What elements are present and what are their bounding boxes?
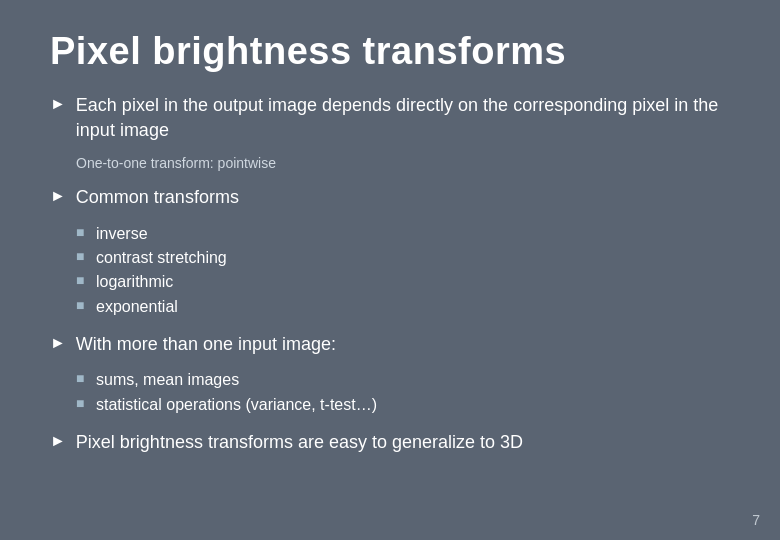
sub-bullet-marker-2-2: ■ (76, 248, 88, 264)
sub-bullet-2-2: ■ contrast stretching (76, 247, 730, 269)
bullet-2-text: Common transforms (76, 185, 239, 210)
sub-bullet-3-2: ■ statistical operations (variance, t-te… (76, 394, 730, 416)
bullet-3: ► With more than one input image: (50, 332, 730, 357)
bullet-3-sublist: ■ sums, mean images ■ statistical operat… (76, 369, 730, 416)
sub-bullet-2-4: ■ exponential (76, 296, 730, 318)
sub-bullet-marker-2-3: ■ (76, 272, 88, 288)
bullet-2: ► Common transforms (50, 185, 730, 210)
bullet-1-subtext: One-to-one transform: pointwise (76, 155, 730, 171)
sub-bullet-text-2-3: logarithmic (96, 271, 173, 293)
sub-bullet-text-3-1: sums, mean images (96, 369, 239, 391)
bullet-arrow-4: ► (50, 432, 66, 450)
sub-bullet-marker-2-1: ■ (76, 224, 88, 240)
bullet-arrow-3: ► (50, 334, 66, 352)
sub-bullet-3-1: ■ sums, mean images (76, 369, 730, 391)
slide: Pixel brightness transforms ► Each pixel… (0, 0, 780, 540)
bullet-3-text: With more than one input image: (76, 332, 336, 357)
sub-bullet-text-2-2: contrast stretching (96, 247, 227, 269)
bullet-4: ► Pixel brightness transforms are easy t… (50, 430, 730, 455)
sub-bullet-2-3: ■ logarithmic (76, 271, 730, 293)
bullet-arrow-1: ► (50, 95, 66, 113)
sub-bullet-2-1: ■ inverse (76, 223, 730, 245)
sub-bullet-text-3-2: statistical operations (variance, t-test… (96, 394, 377, 416)
sub-bullet-marker-3-1: ■ (76, 370, 88, 386)
sub-bullet-text-2-1: inverse (96, 223, 148, 245)
slide-title: Pixel brightness transforms (50, 30, 730, 73)
sub-bullet-marker-2-4: ■ (76, 297, 88, 313)
page-number: 7 (752, 512, 760, 528)
slide-content: ► Each pixel in the output image depends… (50, 93, 730, 510)
sub-bullet-marker-3-2: ■ (76, 395, 88, 411)
bullet-2-sublist: ■ inverse ■ contrast stretching ■ logari… (76, 223, 730, 319)
sub-bullet-text-2-4: exponential (96, 296, 178, 318)
bullet-4-text: Pixel brightness transforms are easy to … (76, 430, 523, 455)
bullet-1: ► Each pixel in the output image depends… (50, 93, 730, 143)
bullet-1-text: Each pixel in the output image depends d… (76, 93, 730, 143)
bullet-arrow-2: ► (50, 187, 66, 205)
